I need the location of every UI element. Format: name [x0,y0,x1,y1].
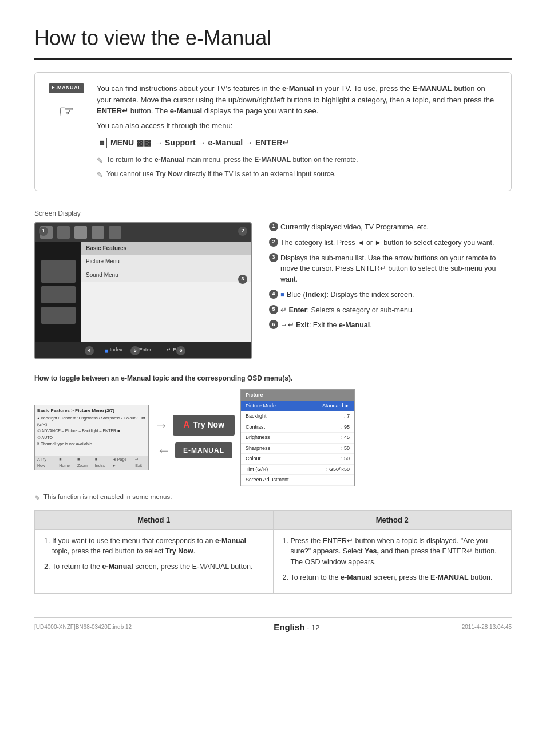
method-2-header: Method 2 [274,511,512,530]
index-label: Index [110,346,122,354]
method-1-step-2: To return to the e-Manual screen, press … [52,561,265,572]
emanual-row: ← E-MANUAL [157,440,232,461]
toggle-note-icon: ✎ [34,493,41,504]
badge-5: 5 [130,346,140,355]
toggle-arrows: → A Try Now ← E-MANUAL [155,415,235,461]
settings-row-3: Brightness : 45 [241,433,354,444]
desc-text-3: Displays the sub-menu list. Use the arro… [280,253,512,285]
desc-item-6: 6 →↵ Exit: Exit the e-Manual. [269,320,512,331]
tv-menu-item-2: Sound Menu [81,268,251,282]
desc-text-1: Currently displayed video, TV Programme,… [280,222,512,233]
settings-label-0: Picture Mode [246,402,276,410]
settings-label-5: Colour [246,455,261,463]
badge-1: 1 [39,227,48,236]
method-2-col: Method 2 Press the ENTER↵ button when a … [274,511,512,593]
footer-dash: - [307,623,311,632]
desc-text-5: ↵ Enter: Selects a category or sub-menu. [280,305,512,316]
tv-left-panel [35,242,81,342]
try-now-label: Try Now [193,419,224,431]
toggle-line-4: If Channel type is not available... [37,441,146,448]
settings-row-7: Screen Adjustment [241,475,354,486]
tv-menu-header: Basic Features [81,242,251,255]
info-box-content: You can find instructions about your TV'… [97,83,500,183]
desc-text-2: The category list. Press ◄ or ► button t… [280,238,512,248]
settings-row-6: Tint (G/R) : G50/R50 [241,465,354,476]
toggle-bottom-home: ■ Home [59,457,73,469]
toggle-bottom-exit: ↵ Exit [135,457,146,469]
method-2-step-2: To return to the e-Manual screen, press … [291,572,504,583]
toggle-screen-mockup: Basic Features > Picture Menu (2/7) ● Ba… [34,405,149,470]
tv-content-area: Basic Features Picture Menu Sound Menu [35,242,251,342]
desc-text-4: ■ Blue (Index): Displays the index scree… [280,290,512,300]
info-box: E-MANUAL ☞ You can find instructions abo… [34,72,512,191]
method-1-body: If you want to use the menu that corresp… [35,530,273,583]
menu-navigation-line: ▦ MENU ▩▩ → Support → e-Manual → ENTER↵ [97,137,500,149]
toggle-bottom-page: ◄ Page ► [112,457,130,469]
arrow-left-icon: ← [157,440,171,461]
tv-icon-5 [109,226,121,239]
tv-screen: 1 2 3 [34,222,252,359]
desc-item-1: 1 Currently displayed video, TV Programm… [269,222,512,233]
toggle-section: How to toggle between an e-Manual topic … [34,373,512,594]
hand-icon: ☞ [58,98,75,125]
method-1-header: Method 1 [35,511,273,530]
emanual-button[interactable]: E-MANUAL [175,442,232,458]
toggle-note-text: This function is not enabled in some men… [43,492,172,502]
tv-thumb-1 [41,260,76,283]
try-now-row: → A Try Now [155,415,235,436]
settings-value-1: : 7 [344,413,350,421]
footer-page-num: 12 [311,623,319,632]
method-table: Method 1 If you want to use the menu tha… [34,510,512,594]
settings-value-3: : 45 [341,434,350,442]
num-badge-3: 3 [269,253,278,262]
tv-thumb-3 [41,307,76,324]
toggle-bottom-try: A Try Now [37,457,54,469]
toggle-screen-title: Basic Features > Picture Menu (2/7) [37,407,146,414]
tv-icon-4 [92,226,104,239]
settings-value-2: : 95 [341,423,350,432]
settings-row-4: Sharpness : 50 [241,444,354,454]
page-footer: [UD4000-XNZF]BN68-03420E.indb 12 English… [34,617,512,634]
emanual-icon-block: E-MANUAL ☞ [46,83,86,125]
toggle-note: ✎ This function is not enabled in some m… [34,492,512,504]
method-2-body: Press the ENTER↵ button when a topic is … [274,530,512,593]
settings-value-4: : 50 [341,445,350,453]
toggle-bottom-zoom: ■ Zoom [77,457,90,469]
settings-label-2: Contrast [246,423,265,432]
note-icon-2: ✎ [97,169,103,181]
num-badge-5: 5 [269,305,278,314]
settings-label-6: Tint (G/R) [246,466,268,474]
toggle-line-2: ① ADVANCE – Picture – Backlight – ENTER … [37,428,146,434]
tv-icon-2 [57,226,70,239]
num-badge-6: 6 [269,320,278,329]
method-2-step-1: Press the ENTER↵ button when a topic is … [291,536,504,568]
note-2-text: You cannot use Try Now directly if the T… [106,169,336,179]
try-now-a-icon: A [183,418,190,432]
method-1-step-1: If you want to use the menu that corresp… [52,536,265,557]
badge-4: 4 [85,346,94,355]
toggle-screen-bottom: A Try Now ■ Home ■ Zoom ■ Index ◄ Page ►… [35,456,148,470]
enter-label: Enter [139,346,152,354]
screen-display-label: Screen Display [34,208,512,219]
toggle-screen-inner: Basic Features > Picture Menu (2/7) ● Ba… [35,405,148,450]
tv-thumb-2 [41,286,76,303]
settings-row-2: Contrast : 95 [241,422,354,433]
try-now-button[interactable]: A Try Now [173,415,235,436]
desc-item-4: 4 ■ Blue (Index): Displays the index scr… [269,290,512,300]
note-icon-1: ✎ [97,155,103,167]
settings-value-0: : Standard ► [319,402,350,410]
toggle-diagram: Basic Features > Picture Menu (2/7) ● Ba… [34,389,512,486]
emanual-badge: E-MANUAL [49,83,84,93]
settings-label-3: Brightness [246,434,270,442]
tv-top-bar [35,223,251,242]
toggle-bottom-index: ■ Index [95,457,108,469]
num-badge-2: 2 [269,238,278,247]
settings-value-5: : 50 [341,455,350,463]
index-btn: ■ Index [105,346,122,355]
tv-mockup: 1 2 3 [34,222,252,359]
footer-right: 2011-4-28 13:04:45 [462,623,512,631]
note-1-text: To return to the e-Manual main menu, pre… [106,155,358,165]
settings-value-6: : G50/R50 [326,466,350,474]
footer-english-label: English [274,622,304,632]
tv-right-panel: Basic Features Picture Menu Sound Menu [81,242,251,342]
